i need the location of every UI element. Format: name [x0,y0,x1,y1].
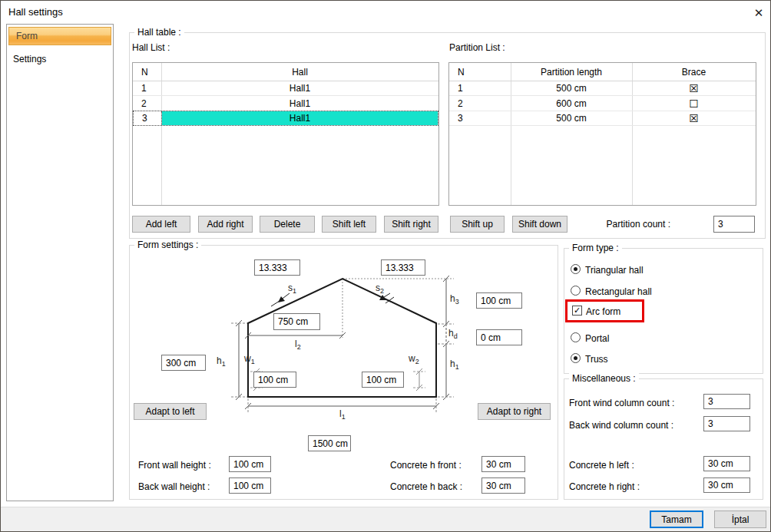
table-row[interactable]: 2 Hall1 [133,96,438,111]
w1-input[interactable] [253,372,296,388]
hall-settings-dialog: Hall settings ✕ Form Settings Hall table… [0,0,771,532]
header-brace: Brace [632,63,756,81]
front-wind-column-count-label: Front wind column count : [569,398,674,408]
dialog-title: Hall settings [8,6,63,18]
concrete-h-right-input[interactable] [703,477,750,493]
row-length: 500 cm [511,111,632,125]
partition-list-table: N Partition length Brace 1 500 cm ☒ 2 60… [448,62,756,206]
table-row[interactable]: 2 600 cm ☐ [449,96,756,111]
shift-left-button[interactable]: Shift left [322,216,376,233]
w2-input[interactable] [362,372,404,388]
partition-list-label: Partition List : [449,42,505,53]
left-wall-input[interactable] [161,355,206,371]
front-wind-column-count-input[interactable] [703,394,750,409]
concrete-h-left-input[interactable] [703,456,750,471]
slope-right-input[interactable] [381,259,425,276]
header-partition-length: Partition length [511,63,632,81]
sidebar-item-settings[interactable]: Settings [13,54,46,64]
truss-label[interactable]: Truss [585,354,608,365]
rectangular-hall-label[interactable]: Rectangular hall [585,286,652,297]
adapt-to-left-button[interactable]: Adapt to left [134,403,207,420]
shift-down-button[interactable]: Shift down [512,216,567,233]
add-right-button[interactable]: Add right [198,216,253,233]
shift-up-button[interactable]: Shift up [450,216,505,233]
back-wall-height-input[interactable] [229,477,271,494]
w2-label: w2 [409,353,419,365]
hd-label: hd [448,328,458,340]
form-type-group-label: Form type : [569,243,622,253]
front-wall-height-input[interactable] [229,456,271,472]
close-icon[interactable]: ✕ [751,5,766,21]
delete-button[interactable]: Delete [260,216,315,233]
shift-right-button[interactable]: Shift right [384,216,438,233]
partition-count-label: Partition count : [573,216,670,233]
hall-list-header: N Hall [133,63,438,81]
h1-right-label: h1 [450,359,459,371]
ridge-offset-input[interactable] [273,313,320,330]
cancel-button[interactable]: İptal [714,511,766,528]
brace-checkbox-icon[interactable]: ☒ [632,81,756,95]
rectangular-hall-radio[interactable] [571,286,581,296]
portal-radio[interactable] [571,332,581,342]
partition-list-header: N Partition length Brace [449,63,756,81]
row-length: 500 cm [511,81,632,95]
row-length: 600 cm [511,96,632,111]
triangular-hall-radio[interactable] [571,264,581,274]
portal-label[interactable]: Portal [585,333,609,344]
l1-label: l1 [339,408,346,421]
concrete-h-back-label: Concrete h back : [390,481,462,492]
h3-label: h3 [450,293,459,306]
concrete-h-left-label: Concrete h left : [569,460,634,471]
row-n: 1 [449,81,519,95]
hall-list-label: Hall List : [132,42,170,53]
back-wind-column-count-label: Back wind column count : [569,420,673,431]
row-n: 3 [134,111,162,125]
sidebar-item-form[interactable]: Form [8,27,111,45]
brace-checkbox-icon[interactable]: ☐ [632,96,756,111]
table-row[interactable]: 3 500 cm ☒ [449,111,756,126]
concrete-h-right-label: Concrete h right : [569,481,640,492]
triangular-hall-label[interactable]: Triangular hall [585,265,644,276]
row-hall: Hall1 [161,81,438,95]
hall-table-group-label: Hall table : [134,27,184,38]
slope1-label: s1 [288,283,296,295]
slope-left-input[interactable] [254,259,300,276]
w1-label: w1 [244,353,255,365]
adapt-to-right-button[interactable]: Adapt to right [478,403,551,420]
concrete-h-back-input[interactable] [481,477,525,494]
row-n: 3 [449,111,519,125]
sidebar: Form Settings [6,24,114,501]
header-n: N [449,63,519,81]
table-row-selected[interactable]: 3 Hall1 [133,111,438,126]
table-row[interactable]: 1 Hall1 [133,81,438,96]
ok-button[interactable]: Tamam [650,511,703,528]
add-left-button[interactable]: Add left [132,216,190,233]
table-row[interactable]: 1 500 cm ☒ [449,81,756,96]
arc-form-label[interactable]: Arc form [586,306,620,317]
back-wind-column-count-input[interactable] [703,416,750,431]
back-wall-height-label: Back wall height : [138,481,210,492]
miscellaneous-group-label: Miscellaneous : [569,373,639,384]
hall-list-table: N Hall 1 Hall1 2 Hall1 3 Hall1 [132,62,439,206]
slope2-label: s2 [376,283,384,295]
front-wall-height-label: Front wall height : [138,460,211,471]
concrete-h-front-input[interactable] [481,456,525,472]
row-n: 2 [449,96,519,111]
hd-input[interactable] [476,329,522,345]
row-hall: Hall1 [162,111,438,125]
row-hall: Hall1 [161,96,438,111]
brace-checkbox-icon[interactable]: ☒ [632,111,756,125]
truss-radio[interactable] [571,353,581,363]
h3-input[interactable] [476,292,522,309]
h1-left-label: h1 [217,355,226,368]
arc-form-checkbox[interactable]: ✓ [572,306,582,316]
concrete-h-front-label: Concrete h front : [390,460,462,471]
header-hall: Hall [161,63,438,81]
l2-label: l2 [295,339,301,351]
partition-count-input[interactable] [713,216,755,233]
span-input[interactable] [308,435,351,451]
